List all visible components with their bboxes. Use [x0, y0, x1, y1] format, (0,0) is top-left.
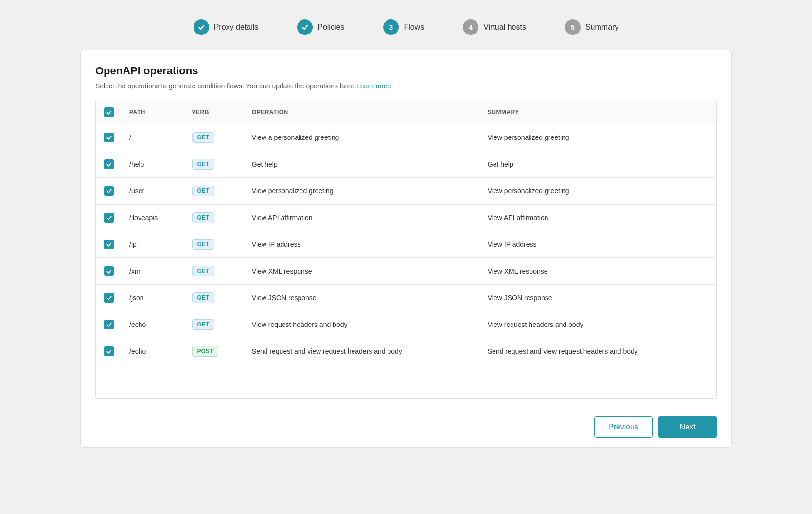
row-path: /user	[122, 178, 184, 205]
row-checkbox[interactable]	[104, 186, 114, 196]
step-circle-virtual-hosts: 4	[463, 19, 478, 35]
table-row: /ipGETView IP addressView IP address	[96, 231, 716, 258]
step-policies[interactable]: Policies	[297, 19, 344, 35]
row-verb: GET	[184, 311, 244, 338]
col-header-verb: VERB	[184, 101, 244, 124]
table-row: /helpGETGet helpGet help	[96, 151, 716, 178]
row-checkbox-cell	[96, 124, 122, 151]
row-checkbox[interactable]	[104, 133, 114, 142]
step-label-summary: Summary	[585, 23, 618, 32]
learn-more-link[interactable]: Learn more	[356, 82, 391, 90]
row-verb: GET	[184, 205, 244, 231]
row-checkbox-cell	[96, 205, 122, 231]
row-checkbox-cell	[96, 151, 122, 178]
main-card: OpenAPI operations Select the operations…	[80, 50, 732, 448]
verb-badge: GET	[192, 239, 215, 250]
table-row: /jsonGETView JSON responseView JSON resp…	[96, 285, 716, 311]
table-row: /xmlGETView XML responseView XML respons…	[96, 258, 716, 285]
step-circle-summary: 5	[565, 19, 581, 35]
step-circle-proxy-details	[194, 19, 209, 35]
operations-table-wrapper: PATHVERBOPERATIONSUMMARY /GETView a pers…	[95, 100, 717, 399]
verb-badge: GET	[192, 186, 215, 196]
row-checkbox-cell	[96, 338, 122, 365]
verb-badge: GET	[192, 212, 215, 223]
row-summary: Get help	[480, 151, 716, 178]
table-row: /userGETView personalized greetingView p…	[96, 178, 716, 205]
row-path: /ip	[122, 231, 184, 258]
row-path: /json	[122, 285, 184, 311]
row-verb: POST	[184, 338, 244, 365]
step-label-policies: Policies	[318, 23, 344, 32]
row-summary: View XML response	[480, 258, 716, 285]
row-summary: View personalized greeting	[480, 124, 716, 151]
row-path: /echo	[122, 311, 184, 338]
row-checkbox-cell	[96, 178, 122, 205]
step-virtual-hosts[interactable]: 4Virtual hosts	[463, 19, 526, 35]
step-label-flows: Flows	[404, 23, 424, 32]
next-button[interactable]: Next	[658, 416, 717, 438]
select-all-checkbox[interactable]	[104, 107, 114, 117]
row-operation: Send request and view request headers an…	[244, 338, 480, 365]
step-summary[interactable]: 5Summary	[565, 19, 618, 35]
verb-badge: GET	[192, 292, 215, 303]
row-path: /iloveapis	[122, 205, 184, 231]
step-circle-policies	[297, 19, 313, 35]
stepper: Proxy detailsPolicies3Flows4Virtual host…	[80, 10, 732, 50]
row-summary: View personalized greeting	[480, 178, 716, 205]
row-checkbox[interactable]	[104, 266, 114, 276]
row-operation: View API affirmation	[244, 205, 480, 231]
row-path: /	[122, 124, 184, 151]
verb-badge: GET	[192, 159, 215, 170]
step-label-proxy-details: Proxy details	[214, 23, 259, 32]
row-summary: View API affirmation	[480, 205, 716, 231]
row-verb: GET	[184, 285, 244, 311]
row-verb: GET	[184, 151, 244, 178]
row-verb: GET	[184, 124, 244, 151]
row-checkbox[interactable]	[104, 320, 114, 329]
card-subtitle: Select the operations to generate condit…	[95, 82, 717, 90]
row-checkbox-cell	[96, 258, 122, 285]
row-verb: GET	[184, 231, 244, 258]
row-operation: View personalized greeting	[244, 178, 480, 205]
row-checkbox[interactable]	[104, 159, 114, 169]
verb-badge: GET	[192, 132, 215, 143]
row-verb: GET	[184, 178, 244, 205]
row-checkbox-cell	[96, 285, 122, 311]
row-operation: View IP address	[244, 231, 480, 258]
col-header-operation: OPERATION	[244, 101, 480, 124]
step-circle-flows: 3	[383, 19, 399, 35]
row-summary: View JSON response	[480, 285, 716, 311]
table-row: /iloveapisGETView API affirmationView AP…	[96, 205, 716, 231]
header-checkbox-cell	[96, 101, 122, 124]
operations-table: PATHVERBOPERATIONSUMMARY /GETView a pers…	[96, 100, 716, 365]
row-checkbox[interactable]	[104, 213, 114, 223]
card-footer: Previous Next	[95, 407, 717, 438]
row-checkbox[interactable]	[104, 346, 114, 356]
row-path: /echo	[122, 338, 184, 365]
row-summary: View request headers and body	[480, 311, 716, 338]
row-checkbox-cell	[96, 231, 122, 258]
row-operation: View JSON response	[244, 285, 480, 311]
row-operation: View XML response	[244, 258, 480, 285]
step-label-virtual-hosts: Virtual hosts	[483, 23, 526, 32]
step-flows[interactable]: 3Flows	[383, 19, 424, 35]
table-row: /echoPOSTSend request and view request h…	[96, 338, 716, 365]
row-checkbox[interactable]	[104, 240, 114, 249]
card-title: OpenAPI operations	[95, 65, 717, 77]
row-checkbox-cell	[96, 311, 122, 338]
row-operation: View request headers and body	[244, 311, 480, 338]
verb-badge: POST	[192, 346, 219, 357]
row-path: /help	[122, 151, 184, 178]
col-header-summary: SUMMARY	[480, 101, 716, 124]
previous-button[interactable]: Previous	[594, 416, 653, 438]
table-row: /echoGETView request headers and bodyVie…	[96, 311, 716, 338]
verb-badge: GET	[192, 266, 215, 276]
step-proxy-details[interactable]: Proxy details	[194, 19, 259, 35]
row-verb: GET	[184, 258, 244, 285]
row-operation: Get help	[244, 151, 480, 178]
row-summary: View IP address	[480, 231, 716, 258]
table-row: /GETView a personalized greetingView per…	[96, 124, 716, 151]
row-path: /xml	[122, 258, 184, 285]
row-summary: Send request and view request headers an…	[480, 338, 716, 365]
row-checkbox[interactable]	[104, 293, 114, 303]
